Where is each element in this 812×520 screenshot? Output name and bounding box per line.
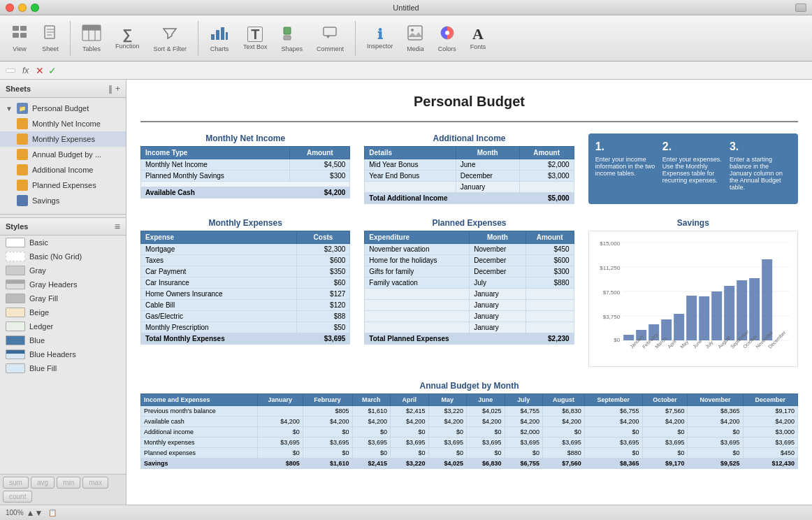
close-button[interactable] (6, 3, 14, 12)
amount-cell[interactable]: $4,200 (428, 417, 467, 427)
amount-cell[interactable]: $4,200 (391, 417, 429, 427)
amount-cell[interactable]: $4,200 (688, 417, 743, 427)
sheets-add-button[interactable]: + (115, 84, 120, 94)
style-item-ledger[interactable]: Ledger (0, 319, 126, 333)
amount-cell[interactable]: $3,695 (303, 438, 352, 448)
detail-cell[interactable]: Year End Bonus (365, 171, 456, 182)
style-item-gray-fill[interactable]: Gray Fill (0, 291, 126, 305)
amount-cell[interactable]: $0 (303, 448, 352, 458)
toolbar-text-box[interactable]: T Text Box (238, 24, 273, 53)
toolbar-fonts[interactable]: A Fonts (465, 24, 492, 53)
formula-input[interactable] (61, 66, 806, 75)
exp-cell[interactable]: Home for the holidays (365, 255, 470, 266)
amount-cell[interactable]: $3,695 (584, 438, 642, 448)
cost-cell[interactable]: $350 (296, 266, 350, 277)
expense-cell[interactable]: Car Insurance (141, 277, 297, 289)
exp-cell[interactable]: Gifts for family (365, 266, 470, 277)
toolbar-comment[interactable]: Comment (311, 22, 349, 55)
sidebar-item-monthly-expenses[interactable]: Monthly Expenses (0, 131, 126, 147)
amount-cell[interactable]: $0 (257, 427, 303, 438)
exp-cell[interactable]: Family vacation (365, 277, 470, 289)
amount-cell[interactable] (519, 182, 574, 193)
avg-button[interactable]: avg (31, 477, 55, 489)
amount-cell[interactable]: $3,000 (743, 427, 797, 438)
amount-cell[interactable]: $4,200 (543, 417, 585, 427)
amount-cell[interactable]: $4,200 (505, 417, 543, 427)
amount-cell[interactable]: $0 (352, 427, 391, 438)
amount-cell[interactable]: $3,695 (505, 438, 543, 448)
cost-cell[interactable]: $120 (296, 300, 350, 311)
count-button[interactable]: count (3, 491, 32, 503)
amount-cell[interactable]: $0 (467, 448, 505, 458)
style-item-blue-fill[interactable]: Blue Fill (0, 361, 126, 375)
amount-cell[interactable]: $6,755 (584, 406, 642, 417)
toolbar-tables[interactable]: Tables (76, 22, 107, 55)
amount-cell[interactable]: $0 (467, 427, 505, 438)
income-type-cell[interactable]: Monthly Net Income (141, 159, 290, 171)
expense-cell[interactable]: Cable Bill (141, 300, 297, 311)
amount-cell[interactable]: $600 (525, 255, 574, 266)
amount-cell[interactable]: $0 (584, 427, 642, 438)
month-cell[interactable]: January (470, 289, 525, 300)
exp-cell[interactable]: November vacation (365, 244, 470, 255)
sidebar-item-savings[interactable]: Savings (0, 193, 126, 208)
row-label[interactable]: Monthly expenses (141, 438, 258, 448)
minimize-button[interactable] (18, 3, 27, 12)
exp-cell[interactable] (365, 300, 470, 311)
cost-cell[interactable]: $50 (296, 322, 350, 333)
amount-cell[interactable]: $9,170 (743, 406, 797, 417)
amount-cell[interactable]: $3,695 (428, 438, 467, 448)
amount-cell[interactable] (525, 322, 574, 333)
amount-cell[interactable]: $880 (543, 448, 585, 458)
amount-cell[interactable]: $3,695 (688, 438, 743, 448)
month-cell[interactable]: December (470, 255, 525, 266)
toolbar-inspector[interactable]: ℹ Inspector (361, 24, 398, 52)
window-resize-button[interactable] (795, 3, 806, 12)
toolbar-media[interactable]: Media (401, 22, 430, 55)
style-item-basic-no-grid[interactable]: Basic (No Grid) (0, 250, 126, 263)
sum-button[interactable]: sum (3, 477, 29, 489)
amount-cell[interactable]: $6,830 (543, 406, 585, 417)
toolbar-colors[interactable]: Colors (433, 22, 462, 55)
style-item-gray[interactable]: Gray (0, 263, 126, 277)
sidebar-item-monthly-net-income[interactable]: Monthly Net Income (0, 116, 126, 131)
toolbar-charts[interactable]: Charts (204, 22, 235, 55)
amount-cell[interactable]: $0 (391, 427, 429, 438)
amount-cell[interactable]: $3,695 (391, 438, 429, 448)
amount-cell[interactable]: $7,560 (642, 406, 688, 417)
amount-cell[interactable]: $8,365 (688, 406, 743, 417)
sidebar-item-personal-budget[interactable]: ▼ 📁 Personal Budget (0, 101, 126, 116)
cancel-formula-button[interactable]: ✕ (36, 65, 44, 76)
cost-cell[interactable]: $60 (296, 277, 350, 289)
amount-cell[interactable]: $3,220 (428, 406, 467, 417)
styles-toggle[interactable]: ≡ (115, 221, 120, 232)
cost-cell[interactable]: $600 (296, 255, 350, 266)
accept-formula-button[interactable]: ✓ (48, 65, 57, 76)
amount-cell[interactable]: $300 (525, 266, 574, 277)
sidebar-item-annual-budget[interactable]: Annual Budget by ... (0, 147, 126, 162)
amount-cell[interactable] (257, 406, 303, 417)
month-cell[interactable]: January (456, 182, 519, 193)
detail-cell[interactable] (365, 182, 456, 193)
amount-cell[interactable]: $805 (303, 406, 352, 417)
expense-cell[interactable]: Home Owners Insurance (141, 289, 297, 300)
amount-cell[interactable]: $3,695 (642, 438, 688, 448)
amount-cell[interactable]: $4,200 (467, 417, 505, 427)
amount-cell[interactable] (525, 289, 574, 300)
sidebar-item-planned-expenses[interactable]: Planned Expenses (0, 178, 126, 193)
detail-cell[interactable]: Mid Year Bonus (365, 159, 456, 171)
month-cell[interactable]: December (470, 266, 525, 277)
amount-cell[interactable]: $2,415 (391, 406, 429, 417)
min-button[interactable]: min (57, 477, 80, 489)
amount-cell[interactable]: $3,695 (743, 438, 797, 448)
exp-cell[interactable] (365, 322, 470, 333)
amount-cell[interactable]: $4,755 (505, 406, 543, 417)
expense-cell[interactable]: Mortgage (141, 244, 297, 255)
amount-cell[interactable]: $3,000 (519, 171, 574, 182)
zoom-stepper[interactable]: ▲▼ (27, 508, 43, 518)
row-label[interactable]: Available cash (141, 417, 258, 427)
content-area[interactable]: Personal Budget Monthly Net Income Incom… (126, 80, 812, 505)
amount-cell[interactable]: $0 (642, 448, 688, 458)
amount-cell[interactable]: $4,200 (584, 417, 642, 427)
sheets-collapse-button[interactable]: ‖ (108, 84, 113, 94)
